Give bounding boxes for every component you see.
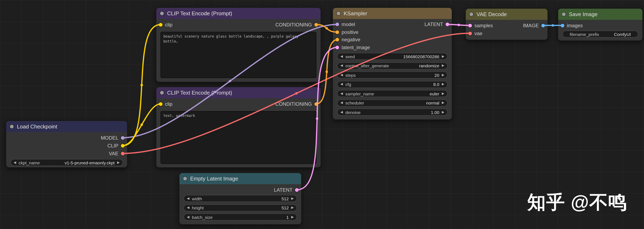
widget-value[interactable]: 512: [282, 196, 289, 201]
ckpt-name-widget[interactable]: ◀ ckpt_name v1-5-pruned-emaonly.ckpt ▶: [10, 159, 123, 166]
node-body: LATENT ◀ width 512 ▶ ◀ height 512 ▶ ◀: [180, 184, 301, 220]
step-left-icon[interactable]: ◀: [340, 92, 343, 95]
negative-input-label: negative: [342, 37, 360, 43]
denoise-widget[interactable]: ◀ denoise 1.00 ▶: [337, 109, 448, 116]
widget-value[interactable]: v1-5-pruned-emaonly.ckpt: [64, 160, 114, 165]
step-right-icon[interactable]: ▶: [442, 92, 444, 95]
node-header[interactable]: CLIP Text Encode (Prompt): [156, 8, 320, 19]
output-row: LATENT: [180, 186, 301, 194]
scheduler-widget[interactable]: ◀ scheduler normal ▶: [337, 99, 448, 106]
image-output-slot-icon[interactable]: [541, 24, 545, 27]
step-right-icon[interactable]: ▶: [442, 55, 444, 58]
widget-value[interactable]: 1: [286, 214, 289, 219]
node-collapse-dot[interactable]: [337, 12, 340, 15]
widget-value[interactable]: 8.0: [433, 82, 439, 87]
step-left-icon[interactable]: ◀: [340, 101, 343, 104]
filename-prefix-widget[interactable]: filename_prefix ComfyUI: [562, 31, 638, 38]
clip-input-slot-icon[interactable]: [159, 102, 162, 106]
widget-value[interactable]: 20: [434, 73, 439, 77]
node-ksampler[interactable]: KSampler model LATENT positive negative …: [332, 8, 452, 120]
conditioning-output-slot-icon[interactable]: [314, 23, 318, 27]
node-header[interactable]: KSampler: [333, 8, 452, 19]
images-input-slot-icon[interactable]: [561, 24, 564, 27]
widget-label: cfg: [345, 82, 351, 87]
clip-input-slot-icon[interactable]: [159, 23, 162, 27]
step-right-icon[interactable]: ▶: [291, 197, 294, 200]
node-collapse-dot[interactable]: [183, 177, 187, 180]
step-left-icon[interactable]: ◀: [340, 64, 343, 67]
vae-input-slot-icon[interactable]: [468, 31, 472, 35]
latent-output-slot-icon[interactable]: [446, 23, 449, 27]
node-clip-text-encode-negative[interactable]: CLIP Text Encode (Prompt) clip CONDITION…: [156, 87, 321, 168]
slot-row: positive: [333, 28, 452, 36]
step-left-icon[interactable]: ◀: [14, 161, 16, 164]
image-output-label: IMAGE: [523, 23, 539, 28]
seed-widget[interactable]: ◀ seed 156680208700286 ▶: [337, 53, 448, 60]
step-right-icon[interactable]: ▶: [442, 83, 444, 86]
node-header[interactable]: Load Checkpoint: [6, 121, 127, 132]
node-clip-text-encode-positive[interactable]: CLIP Text Encode (Prompt) clip CONDITION…: [156, 8, 321, 82]
node-collapse-dot[interactable]: [160, 12, 164, 15]
node-header[interactable]: Empty Latent Image: [180, 173, 301, 184]
node-title: Load Checkpoint: [17, 123, 57, 130]
step-right-icon[interactable]: ▶: [117, 161, 120, 164]
latent-image-input-slot-icon[interactable]: [336, 46, 339, 49]
step-left-icon[interactable]: ◀: [340, 110, 343, 114]
node-header[interactable]: Save Image: [558, 9, 642, 20]
node-collapse-dot[interactable]: [10, 125, 14, 128]
latent-output-slot-icon[interactable]: [295, 188, 299, 192]
width-widget[interactable]: ◀ width 512 ▶: [184, 195, 297, 202]
cfg-widget[interactable]: ◀ cfg 8.0 ▶: [337, 81, 448, 88]
step-left-icon[interactable]: ◀: [340, 55, 343, 58]
model-input-slot-icon[interactable]: [336, 23, 339, 27]
node-load-checkpoint[interactable]: Load Checkpoint MODEL CLIP VAE ◀ ckpt_na…: [6, 121, 128, 168]
step-left-icon[interactable]: ◀: [340, 83, 343, 86]
widget-value[interactable]: 156680208700286: [403, 54, 439, 59]
slot-row: clip CONDITIONING: [156, 100, 320, 108]
node-header[interactable]: VAE Decode: [466, 9, 548, 20]
positive-prompt-text-input[interactable]: beautiful scenery nature glass bottle la…: [160, 32, 316, 78]
step-left-icon[interactable]: ◀: [187, 215, 189, 219]
node-body: clip CONDITIONING text, watermark: [156, 98, 320, 164]
negative-prompt-text-input[interactable]: text, watermark: [160, 111, 316, 164]
step-right-icon[interactable]: ▶: [291, 215, 294, 219]
conditioning-output-slot-icon[interactable]: [314, 102, 318, 106]
step-right-icon[interactable]: ▶: [442, 64, 444, 67]
node-title: Save Image: [569, 11, 598, 17]
control-after-generate-widget[interactable]: ◀ control_after_generate randomize ▶: [337, 62, 448, 69]
height-widget[interactable]: ◀ height 512 ▶: [184, 204, 297, 211]
step-right-icon[interactable]: ▶: [291, 206, 294, 209]
node-empty-latent-image[interactable]: Empty Latent Image LATENT ◀ width 512 ▶ …: [179, 173, 302, 225]
positive-input-slot-icon[interactable]: [336, 30, 339, 34]
widget-value[interactable]: randomize: [419, 63, 439, 68]
step-left-icon[interactable]: ◀: [187, 197, 189, 200]
step-left-icon[interactable]: ◀: [340, 73, 343, 77]
vae-output-slot-icon[interactable]: [121, 152, 124, 155]
slot-row: samples IMAGE: [466, 22, 548, 29]
widget-value[interactable]: 512: [282, 205, 289, 210]
step-right-icon[interactable]: ▶: [442, 101, 444, 104]
batch-size-widget[interactable]: ◀ batch_size 1 ▶: [184, 213, 297, 220]
widget-value[interactable]: euler: [430, 91, 439, 96]
node-save-image[interactable]: Save Image images filename_prefix ComfyU…: [558, 8, 643, 41]
widget-value[interactable]: ComfyUI: [614, 32, 631, 37]
widget-value[interactable]: 1.00: [431, 110, 439, 115]
widget-value[interactable]: normal: [426, 100, 439, 105]
model-input-label: model: [342, 22, 355, 28]
step-right-icon[interactable]: ▶: [442, 73, 444, 77]
node-vae-decode[interactable]: VAE Decode samples IMAGE vae: [465, 8, 548, 40]
model-output-slot-icon[interactable]: [121, 136, 124, 140]
step-left-icon[interactable]: ◀: [187, 206, 189, 209]
negative-input-slot-icon[interactable]: [336, 38, 339, 42]
sampler-name-widget[interactable]: ◀ sampler_name euler ▶: [337, 90, 448, 97]
steps-widget[interactable]: ◀ steps 20 ▶: [337, 71, 448, 79]
step-right-icon[interactable]: ▶: [442, 110, 444, 114]
samples-input-slot-icon[interactable]: [468, 24, 472, 27]
comfyui-canvas[interactable]: Load Checkpoint MODEL CLIP VAE ◀ ckpt_na…: [0, 0, 644, 229]
clip-output-slot-icon[interactable]: [121, 144, 124, 147]
node-collapse-dot[interactable]: [160, 91, 164, 95]
node-collapse-dot[interactable]: [562, 13, 566, 16]
node-header[interactable]: CLIP Text Encode (Prompt): [156, 87, 320, 98]
widget-label: width: [192, 196, 202, 201]
node-collapse-dot[interactable]: [470, 13, 473, 16]
